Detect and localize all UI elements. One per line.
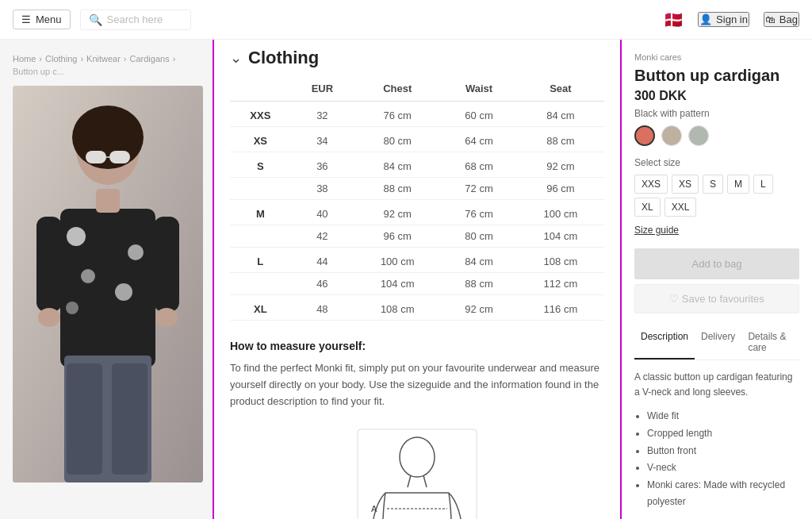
waist-value: 72 cm [441, 178, 517, 200]
col-eur: EUR [291, 76, 354, 102]
size-btn-s[interactable]: S [703, 175, 723, 194]
product-image-svg [13, 86, 203, 482]
eur-value: 46 [291, 273, 354, 295]
chevron-down-icon[interactable]: ⌄ [230, 49, 242, 67]
breadcrumb-current: Button up c... [13, 67, 64, 76]
svg-point-16 [155, 308, 178, 327]
center-panel-header: ⌄ Clothing [230, 40, 604, 76]
bag-label: Bag [779, 13, 798, 25]
chest-value: 84 cm [354, 152, 441, 178]
right-panel: Monki cares Button up cardigan 300 DKK B… [622, 40, 812, 519]
size-btn-l[interactable]: L [753, 175, 773, 194]
menu-button[interactable]: ☰ Menu [13, 10, 71, 29]
breadcrumb-cardigans[interactable]: Cardigans [130, 54, 170, 63]
sign-in-button[interactable]: 👤 Sign in [698, 12, 749, 27]
main-layout: Home › Clothing › Knitwear › Cardigans ›… [0, 40, 812, 519]
size-label-empty [230, 273, 291, 295]
breadcrumb-knitwear[interactable]: Knitwear [86, 54, 121, 63]
size-label: M [230, 200, 291, 225]
size-table: EUR Chest Waist Seat XXS 32 76 cm 60 cm … [230, 76, 604, 321]
eur-value: 48 [291, 295, 354, 321]
seat-value: 84 cm [517, 102, 604, 127]
seat-value: 104 cm [517, 225, 604, 248]
chest-value: 76 cm [354, 102, 441, 127]
chest-value: 100 cm [354, 248, 441, 273]
breadcrumb: Home › Clothing › Knitwear › Cardigans ›… [13, 48, 200, 83]
svg-rect-9 [96, 189, 120, 213]
breadcrumb-home[interactable]: Home [13, 54, 36, 63]
size-label-empty [230, 225, 291, 248]
waist-value: 84 cm [441, 248, 517, 273]
features-list: Wide fitCropped lengthButton frontV-neck… [647, 408, 799, 511]
seat-value: 92 cm [517, 152, 604, 178]
select-size-label: Select size [634, 157, 799, 168]
search-box[interactable]: 🔍 Search here [80, 10, 191, 30]
size-label: L [230, 248, 291, 273]
size-guide-title: Clothing [248, 48, 319, 68]
svg-point-15 [38, 308, 60, 327]
size-buttons: XXSXSSMLXLXXL [634, 175, 799, 217]
how-to-measure-heading: How to measure yourself: [230, 340, 604, 352]
swatch-grey[interactable] [688, 125, 709, 146]
svg-rect-17 [86, 151, 106, 163]
breadcrumb-sep1: › [39, 54, 42, 63]
size-label: S [230, 152, 291, 178]
menu-label: Menu [36, 13, 62, 25]
product-price: 300 DKK [634, 89, 799, 103]
chest-value: 104 cm [354, 273, 441, 295]
size-btn-xl[interactable]: XL [634, 198, 661, 217]
swatch-beige[interactable] [661, 125, 682, 146]
seat-value: 100 cm [517, 200, 604, 225]
center-panel[interactable]: ⌄ Clothing EUR Chest Waist Seat XXS 32 7… [214, 40, 622, 519]
sign-in-label: Sign in [716, 13, 748, 25]
tab-details---care[interactable]: Details & care [741, 326, 799, 359]
seat-value: 116 cm [517, 295, 604, 321]
col-waist: Waist [441, 76, 517, 102]
eur-value: 40 [291, 200, 354, 225]
swatch-rust[interactable] [634, 125, 655, 146]
chest-value: 96 cm [354, 225, 441, 248]
col-seat: Seat [517, 76, 604, 102]
favorite-button[interactable]: ♡ Save to favourites [634, 284, 799, 313]
feature-item: Button front [647, 443, 799, 460]
svg-rect-12 [112, 363, 147, 475]
color-swatches [634, 125, 799, 146]
feature-item: Cropped length [647, 425, 799, 443]
svg-point-5 [128, 244, 144, 260]
waist-value: 68 cm [441, 152, 517, 178]
size-btn-xxl[interactable]: XXL [665, 198, 697, 217]
feature-item: Wide fit [647, 408, 799, 425]
bag-button[interactable]: 🛍 Bag [764, 12, 799, 27]
breadcrumb-clothing[interactable]: Clothing [45, 54, 77, 63]
left-panel-inner: Home › Clothing › Knitwear › Cardigans ›… [0, 40, 213, 490]
size-label: XXS [230, 102, 291, 127]
size-label: XL [230, 295, 291, 321]
eur-value: 38 [291, 178, 354, 200]
search-placeholder: Search here [107, 13, 163, 25]
brand-label: Monki cares [634, 52, 799, 62]
size-btn-m[interactable]: M [727, 175, 749, 194]
feature-item: Monki cares: Made with recycled polyeste… [647, 477, 799, 511]
size-guide-link[interactable]: Size guide [634, 225, 799, 236]
svg-rect-14 [154, 217, 179, 312]
eur-value: 42 [291, 225, 354, 248]
breadcrumb-sep4: › [173, 54, 176, 63]
hamburger-icon: ☰ [21, 13, 31, 25]
chest-value: 92 cm [354, 200, 441, 225]
left-panel: Home › Clothing › Knitwear › Cardigans ›… [0, 40, 214, 519]
flag-icon[interactable]: 🇩🇰 [664, 10, 684, 29]
tab-delivery[interactable]: Delivery [695, 326, 741, 359]
seat-value: 88 cm [517, 127, 604, 152]
svg-point-2 [72, 106, 144, 169]
waist-value: 92 cm [441, 295, 517, 321]
eur-value: 34 [291, 127, 354, 152]
svg-point-7 [115, 283, 132, 301]
tab-description[interactable]: Description [634, 326, 695, 359]
seat-value: 108 cm [517, 248, 604, 273]
size-btn-xxs[interactable]: XXS [634, 175, 668, 194]
size-btn-xs[interactable]: XS [672, 175, 699, 194]
chest-value: 80 cm [354, 127, 441, 152]
add-to-bag-button[interactable]: Add to bag [634, 248, 799, 279]
description-text: A classic button up cardigan featuring a… [634, 370, 799, 400]
svg-point-6 [81, 269, 95, 283]
